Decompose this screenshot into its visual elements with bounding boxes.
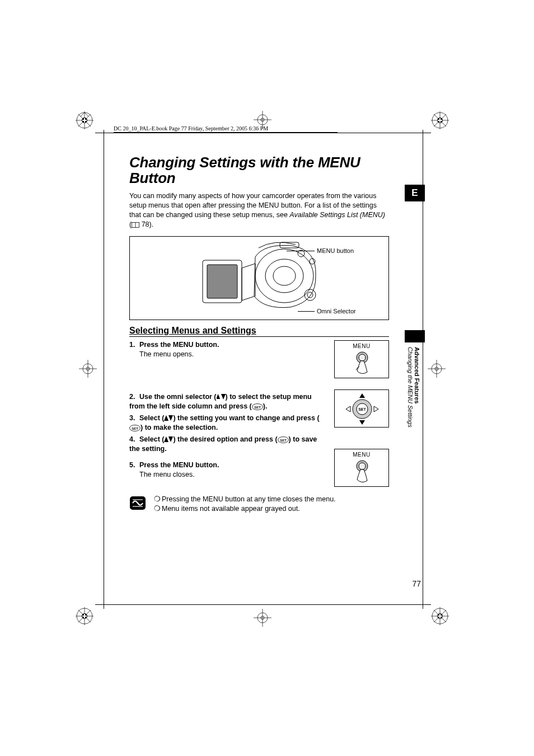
svg-point-63: [359, 354, 366, 361]
registration-mark-icon: [428, 360, 446, 378]
thumb-index-tab: [405, 330, 425, 342]
svg-point-58: [305, 289, 316, 300]
svg-point-54: [273, 266, 296, 285]
trim-line: [423, 130, 423, 609]
section-subheading: Selecting Menus and Settings: [129, 326, 389, 337]
set-button-icon: SET: [252, 403, 263, 410]
intro-paragraph: You can modify many aspects of how your …: [129, 191, 389, 229]
up-down-icon: [217, 394, 226, 400]
omni-selector-icon: SET: [346, 393, 378, 425]
page-number: 77: [412, 579, 421, 588]
callout-menu-button: MENU button: [317, 247, 354, 254]
svg-point-59: [307, 292, 313, 298]
set-button-icon: SET: [278, 436, 289, 443]
svg-marker-81: [164, 436, 168, 442]
step-figure-menu-press-1: MENU: [334, 340, 389, 378]
svg-marker-64: [359, 393, 365, 398]
note-2: Menu items not available appear grayed o…: [162, 504, 300, 514]
page-title: Changing Settings with the MENU Button: [129, 154, 389, 186]
step-5: 5.Press the MENU button. The menu closes…: [129, 461, 325, 480]
step-figure-omni-selector: SET: [334, 389, 389, 428]
svg-text:SET: SET: [358, 407, 366, 411]
step-1: 1.Press the MENU button. The menu opens.: [129, 340, 325, 359]
trim-line: [95, 604, 431, 605]
svg-marker-77: [164, 415, 168, 421]
svg-marker-66: [346, 406, 350, 412]
step-3: 3.Select () the setting you want to chan…: [129, 414, 325, 433]
svg-text:SET: SET: [280, 438, 287, 442]
svg-marker-74: [221, 394, 226, 400]
step-figure-menu-press-2: MENU: [334, 449, 389, 487]
camcorder-illustration: [180, 240, 326, 317]
svg-point-72: [359, 463, 366, 469]
notes-block: ❍Pressing the MENU button at any time cl…: [129, 495, 389, 514]
trim-line: [104, 130, 104, 609]
crop-mark-icon: [430, 110, 450, 130]
svg-marker-67: [374, 406, 378, 412]
up-down-icon: [164, 436, 173, 442]
press-button-icon: [350, 351, 374, 377]
press-button-icon: [350, 459, 374, 485]
page-reference-icon: [132, 222, 139, 228]
up-down-icon: [164, 415, 173, 421]
section-tab-e: E: [405, 185, 425, 201]
svg-marker-65: [359, 420, 365, 425]
crop-mark-icon: [74, 110, 95, 130]
svg-point-60: [298, 250, 305, 257]
note-1: Pressing the MENU button at any time clo…: [162, 495, 336, 504]
side-section-label: Advanced Features Changing the MENU Sett…: [407, 347, 420, 428]
svg-text:SET: SET: [132, 427, 138, 430]
set-button-icon: SET: [129, 425, 140, 431]
step-2: 2.Use the omni selector () to select the…: [129, 392, 325, 411]
camcorder-figure: MENU button Omni Selector: [129, 236, 389, 320]
crop-mark-icon: [430, 606, 450, 626]
svg-marker-73: [217, 394, 220, 399]
registration-mark-icon: [79, 360, 97, 378]
callout-omni-selector: Omni Selector: [317, 308, 356, 314]
crop-mark-icon: [74, 606, 95, 626]
svg-point-61: [310, 259, 315, 264]
note-icon: [129, 496, 146, 510]
svg-text:SET: SET: [254, 406, 261, 409]
registration-mark-icon: [254, 609, 271, 627]
svg-point-53: [265, 259, 303, 293]
svg-rect-56: [207, 265, 237, 298]
menu-label: MENU: [335, 452, 388, 458]
step-4: 4.Select () the desired option and press…: [129, 435, 325, 454]
menu-label: MENU: [335, 343, 388, 349]
